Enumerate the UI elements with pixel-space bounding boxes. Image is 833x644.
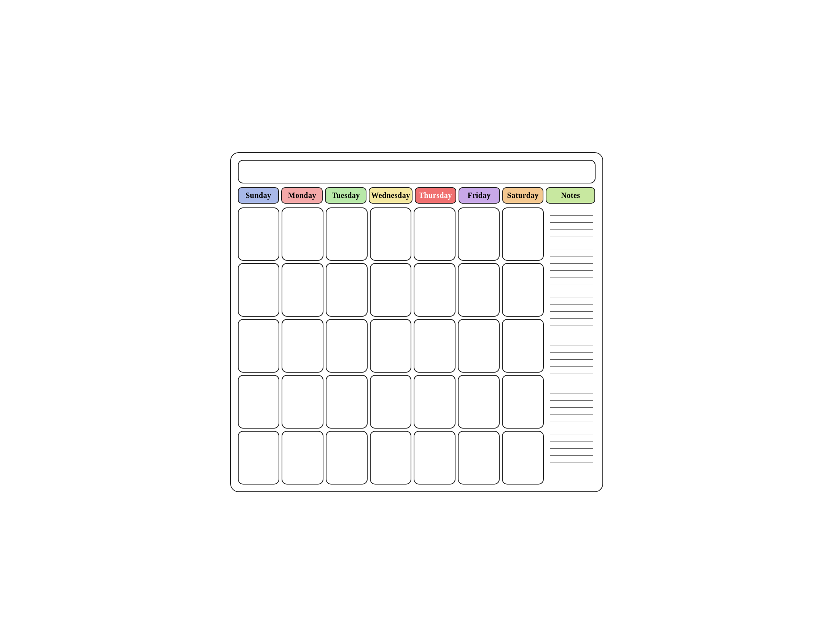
table-row[interactable]: [502, 375, 544, 428]
table-row[interactable]: [370, 319, 412, 373]
notes-line[interactable]: [550, 237, 593, 243]
table-row[interactable]: [281, 263, 323, 317]
table-row[interactable]: [370, 208, 412, 261]
notes-line[interactable]: [550, 414, 593, 421]
notes-line[interactable]: [550, 394, 593, 401]
table-row[interactable]: [370, 375, 412, 428]
notes-line[interactable]: [550, 250, 593, 257]
notes-line[interactable]: [550, 387, 593, 394]
table-row[interactable]: [281, 319, 323, 373]
table-row[interactable]: [502, 431, 544, 485]
table-row[interactable]: [238, 263, 280, 317]
table-row[interactable]: [370, 263, 412, 317]
days-grid: [238, 208, 544, 485]
calendar-wrapper: Sunday Monday Tuesday Wednesday Thursday…: [230, 152, 603, 492]
notes-line[interactable]: [550, 305, 593, 312]
table-row[interactable]: [458, 208, 500, 261]
notes-line[interactable]: [550, 209, 593, 216]
table-row[interactable]: [326, 263, 368, 317]
notes-line[interactable]: [550, 353, 593, 360]
notes-line[interactable]: [550, 367, 593, 374]
col-header-monday: Monday: [281, 187, 323, 204]
notes-line[interactable]: [550, 277, 593, 284]
header-row: Sunday Monday Tuesday Wednesday Thursday…: [238, 187, 595, 204]
notes-line[interactable]: [550, 428, 593, 435]
table-row[interactable]: [238, 375, 280, 428]
notes-line[interactable]: [550, 407, 593, 414]
col-header-notes: Notes: [546, 187, 595, 204]
table-row[interactable]: [414, 208, 455, 261]
notes-line[interactable]: [550, 270, 593, 277]
table-row[interactable]: [281, 375, 323, 428]
table-row[interactable]: [458, 375, 500, 428]
notes-line[interactable]: [550, 462, 593, 469]
table-row[interactable]: [414, 375, 455, 428]
table-row[interactable]: [414, 431, 455, 485]
table-row[interactable]: [414, 319, 455, 373]
calendar-body: [238, 208, 595, 485]
col-header-sunday: Sunday: [238, 187, 279, 204]
notes-line[interactable]: [550, 298, 593, 305]
notes-line[interactable]: [550, 442, 593, 449]
notes-line[interactable]: [550, 230, 593, 237]
notes-line[interactable]: [550, 325, 593, 332]
table-row[interactable]: [502, 263, 544, 317]
notes-line[interactable]: [550, 223, 593, 230]
notes-line[interactable]: [550, 257, 593, 264]
notes-column[interactable]: [546, 208, 595, 485]
notes-line[interactable]: [550, 264, 593, 270]
notes-line[interactable]: [550, 469, 593, 476]
notes-line[interactable]: [550, 456, 593, 462]
table-row[interactable]: [458, 431, 500, 485]
table-row[interactable]: [281, 431, 323, 485]
table-row[interactable]: [370, 431, 412, 485]
notes-line[interactable]: [550, 339, 593, 346]
table-row[interactable]: [326, 319, 368, 373]
table-row[interactable]: [326, 208, 368, 261]
notes-line[interactable]: [550, 380, 593, 387]
table-row[interactable]: [502, 208, 544, 261]
notes-line[interactable]: [550, 346, 593, 353]
notes-line[interactable]: [550, 360, 593, 367]
table-row[interactable]: [458, 263, 500, 317]
table-row[interactable]: [281, 208, 323, 261]
notes-line[interactable]: [550, 421, 593, 428]
col-header-saturday: Saturday: [502, 187, 544, 204]
notes-line[interactable]: [550, 374, 593, 380]
notes-line[interactable]: [550, 312, 593, 319]
notes-line[interactable]: [550, 291, 593, 298]
table-row[interactable]: [238, 208, 280, 261]
col-header-thursday: Thursday: [415, 187, 456, 204]
table-row[interactable]: [238, 319, 280, 373]
notes-line[interactable]: [550, 435, 593, 442]
notes-line[interactable]: [550, 401, 593, 407]
col-header-friday: Friday: [458, 187, 500, 204]
title-bar[interactable]: [238, 160, 595, 184]
notes-line[interactable]: [550, 216, 593, 223]
table-row[interactable]: [414, 263, 455, 317]
col-header-wednesday: Wednesday: [369, 187, 412, 204]
table-row[interactable]: [458, 319, 500, 373]
table-row[interactable]: [238, 431, 280, 485]
notes-line[interactable]: [550, 243, 593, 250]
notes-line[interactable]: [550, 332, 593, 339]
table-row[interactable]: [326, 375, 368, 428]
notes-line[interactable]: [550, 319, 593, 325]
col-header-tuesday: Tuesday: [325, 187, 367, 204]
notes-line[interactable]: [550, 476, 593, 483]
table-row[interactable]: [502, 319, 544, 373]
table-row[interactable]: [326, 431, 368, 485]
notes-line[interactable]: [550, 449, 593, 456]
notes-line[interactable]: [550, 284, 593, 291]
